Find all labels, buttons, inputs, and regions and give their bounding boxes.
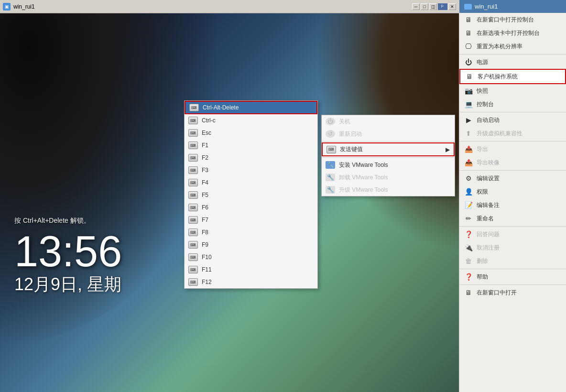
- power-icon: ⏻: [464, 58, 473, 66]
- panel-item-edit-settings[interactable]: ⚙ 编辑设置: [459, 172, 566, 185]
- panel-separator-1: [459, 54, 566, 54]
- restart-icon: ↺: [326, 130, 335, 138]
- key-icon-f3: ⌨: [188, 166, 198, 174]
- ctx-item-sendkey[interactable]: ⌨ 发送键值 ▶: [322, 142, 455, 156]
- ctx-item-esc[interactable]: ⌨ Esc: [185, 127, 317, 139]
- ctx-label-f10: F10: [202, 254, 212, 261]
- key-icon-ctrl-c: ⌨: [188, 117, 198, 124]
- panel-label-unregister: 取消注册: [477, 244, 500, 252]
- panel-item-snapshot[interactable]: 📷 快照: [459, 84, 566, 98]
- ctx-item-uninstall-vmtools[interactable]: 🔧 卸载 VMware Tools: [322, 171, 455, 184]
- ctx-item-f4[interactable]: ⌨ F4: [185, 176, 317, 189]
- ctx-item-f3[interactable]: ⌨ F3: [185, 164, 317, 176]
- restore-button[interactable]: ◫: [429, 3, 437, 10]
- panel-item-guest-os[interactable]: 🖥 客户机操作系统: [459, 69, 566, 84]
- ctx-label-uninstall-vmtools: 卸载 VMware Tools: [339, 174, 388, 182]
- ctx-item-upgrade-vmtools[interactable]: 🔧 升级 VMware Tools: [322, 184, 455, 196]
- panel-item-open-console-new-window[interactable]: 🖥 在新窗口中打开控制台: [459, 13, 566, 26]
- panel-label-edit-notes: 编辑备注: [477, 201, 500, 209]
- panel-label-snapshot: 快照: [477, 87, 488, 95]
- ctx-label-f1: F1: [202, 142, 208, 149]
- ctx-item-f11[interactable]: ⌨ F11: [185, 263, 317, 276]
- panel-item-rename[interactable]: ✏ 重命名: [459, 212, 566, 225]
- ctx-item-restart[interactable]: ↺ 重新启动: [322, 128, 455, 140]
- ctx-label-install-vmtools: 安装 VMware Tools: [339, 161, 388, 169]
- key-icon-f8: ⌨: [188, 229, 198, 236]
- vm-title-bar: ▣ win_rui1 ─ □ ◫ 🏳 ✕: [0, 0, 459, 13]
- maximize-button[interactable]: □: [421, 3, 428, 10]
- ctx-item-f12[interactable]: ⌨ F12: [185, 276, 317, 288]
- panel-item-console[interactable]: 💻 控制台: [459, 98, 566, 111]
- panel-item-help[interactable]: ❓ 帮助: [459, 270, 566, 283]
- ctx-item-f6[interactable]: ⌨ F6: [185, 201, 317, 214]
- panel-item-export-image[interactable]: 📤 导出映像: [459, 156, 566, 169]
- ctx-label-f11: F11: [202, 266, 212, 273]
- key-icon-f7: ⌨: [188, 216, 198, 224]
- ctx-label-ctrl-c: Ctrl-c: [202, 117, 216, 124]
- open-console-icon: 🖥: [464, 15, 473, 24]
- ctx-item-f7[interactable]: ⌨ F7: [185, 214, 317, 226]
- panel-label-guest-os: 客户机操作系统: [478, 73, 518, 81]
- ctx-label-f5: F5: [202, 192, 208, 198]
- panel-label-autostart: 自动启动: [477, 116, 500, 124]
- snapshot-icon: 📷: [464, 87, 473, 95]
- guest-os-icon: 🖥: [465, 72, 474, 81]
- panel-item-unregister[interactable]: 🔌 取消注册: [459, 241, 566, 254]
- key-icon-f1: ⌨: [188, 142, 198, 149]
- minimize-button[interactable]: ─: [412, 3, 420, 10]
- panel-separator-4: [459, 170, 566, 171]
- panel-item-power[interactable]: ⏻ 电源: [459, 55, 566, 69]
- shutdown-icon: ⏻: [326, 118, 335, 125]
- panel-label-power: 电源: [477, 58, 488, 66]
- panel-label-upgrade-compat: 升级虚拟机兼容性: [477, 130, 522, 138]
- panel-item-open-in-new-window[interactable]: 🖥 在新窗口中打开: [459, 286, 566, 299]
- ctx-item-ctrl-alt-delete[interactable]: ⌨ Ctrl-Alt-Delete: [185, 101, 317, 114]
- panel-item-reset-resolution[interactable]: 🖵 重置为本机分辨率: [459, 40, 566, 53]
- menu-separator-1: [322, 141, 455, 142]
- panel-title-text: win_rui1: [475, 3, 498, 10]
- ctx-item-f10[interactable]: ⌨ F10: [185, 251, 317, 263]
- sendkey-icon: ⌨: [327, 146, 336, 153]
- ctx-item-ctrl-c[interactable]: ⌨ Ctrl-c: [185, 114, 317, 127]
- panel-separator-7: [459, 284, 566, 285]
- panel-item-permissions[interactable]: 👤 权限: [459, 185, 566, 198]
- ctx-item-f9[interactable]: ⌨ F9: [185, 239, 317, 251]
- lock-date: 12月9日, 星期: [14, 273, 122, 296]
- key-icon-f6: ⌨: [188, 204, 198, 211]
- panel-label-open-console-new-tab: 在新选项卡中打开控制台: [477, 29, 540, 37]
- guest-os-context-menu: ⏻ 关机 ↺ 重新启动 ⌨ 发送键值 ▶ 🔧 安装 VMware Tools 🔧…: [321, 115, 455, 196]
- key-icon-f9: ⌨: [188, 241, 198, 249]
- vm-title-icon: ▣: [3, 3, 11, 11]
- panel-label-export: 导出: [477, 145, 488, 153]
- export-image-icon: 📤: [464, 158, 473, 167]
- key-icon-ctrl-alt-del: ⌨: [189, 104, 199, 111]
- vmware-panel-title: win_rui1: [459, 0, 566, 13]
- ctx-label-sendkey: 发送键值: [340, 145, 363, 153]
- panel-item-answer-question[interactable]: ❓ 回答问题: [459, 228, 566, 241]
- panel-item-delete[interactable]: 🗑 删除: [459, 254, 566, 268]
- ctx-item-f2[interactable]: ⌨ F2: [185, 152, 317, 164]
- ctx-item-f8[interactable]: ⌨ F8: [185, 226, 317, 239]
- panel-separator-3: [459, 141, 566, 142]
- panel-item-autostart[interactable]: ▶ 自动启动: [459, 113, 566, 127]
- panel-item-export[interactable]: 📤 导出: [459, 142, 566, 156]
- rename-icon: ✏: [464, 214, 473, 223]
- ctx-item-f1[interactable]: ⌨ F1: [185, 139, 317, 152]
- panel-label-console: 控制台: [477, 100, 494, 109]
- close-button[interactable]: ✕: [448, 3, 456, 10]
- panel-label-answer-question: 回答问题: [477, 230, 500, 239]
- panel-item-edit-notes[interactable]: 📝 编辑备注: [459, 198, 566, 212]
- key-icon-f5: ⌨: [188, 191, 198, 199]
- panel-item-open-console-new-tab[interactable]: 🖥 在新选项卡中打开控制台: [459, 26, 566, 40]
- ctx-item-install-vmtools[interactable]: 🔧 安装 VMware Tools: [322, 159, 455, 171]
- permissions-icon: 👤: [464, 187, 473, 196]
- panel-item-upgrade-compat[interactable]: ⬆ 升级虚拟机兼容性: [459, 127, 566, 140]
- key-icon-f10: ⌨: [188, 253, 198, 261]
- ctx-item-shutdown[interactable]: ⏻ 关机: [322, 115, 455, 128]
- ctx-label-esc: Esc: [202, 130, 211, 136]
- panel-label-help: 帮助: [477, 273, 488, 281]
- panel-label-export-image: 导出映像: [477, 159, 500, 167]
- panel-label-delete: 删除: [477, 257, 488, 265]
- ctx-item-f5[interactable]: ⌨ F5: [185, 189, 317, 201]
- panel-separator-5: [459, 226, 566, 227]
